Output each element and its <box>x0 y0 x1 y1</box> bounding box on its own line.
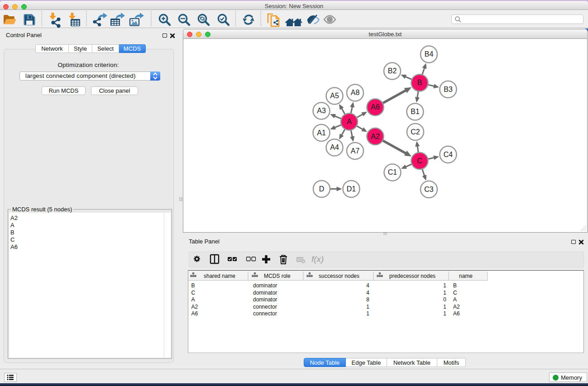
svg-text:C3: C3 <box>424 186 434 193</box>
svg-text:name: name <box>459 273 473 279</box>
svg-text:dominator: dominator <box>253 282 277 289</box>
svg-text:A5: A5 <box>330 92 339 100</box>
svg-text:4: 4 <box>366 282 369 289</box>
svg-text:predecessor nodes: predecessor nodes <box>389 273 435 279</box>
svg-text:A7: A7 <box>351 147 360 155</box>
svg-text:1: 1 <box>366 304 369 310</box>
svg-text:D: D <box>319 185 325 193</box>
svg-text:C: C <box>191 290 196 296</box>
svg-text:C1: C1 <box>388 168 397 176</box>
svg-text:B1: B1 <box>411 108 420 115</box>
svg-text:B4: B4 <box>425 50 434 58</box>
svg-text:A2: A2 <box>371 133 380 140</box>
svg-text:dominator: dominator <box>253 296 277 303</box>
svg-text:B2: B2 <box>388 67 397 75</box>
svg-text:A3: A3 <box>317 107 326 114</box>
svg-text:C: C <box>417 157 422 165</box>
svg-text:MCDS role: MCDS role <box>264 273 291 279</box>
svg-text:1: 1 <box>443 304 446 310</box>
svg-text:0: 0 <box>443 296 446 303</box>
svg-text:D1: D1 <box>347 185 356 193</box>
svg-text:A2: A2 <box>453 304 460 310</box>
svg-text:A1: A1 <box>317 129 326 137</box>
svg-text:connector: connector <box>253 304 277 310</box>
svg-text:B: B <box>453 282 457 289</box>
svg-text:A4: A4 <box>330 143 339 151</box>
svg-text:C: C <box>453 290 457 296</box>
svg-text:A2: A2 <box>191 304 198 310</box>
svg-text:B3: B3 <box>444 86 453 93</box>
svg-text:f(x): f(x) <box>311 254 324 264</box>
svg-text:successor nodes: successor nodes <box>319 273 359 279</box>
svg-text:1: 1 <box>366 310 369 317</box>
svg-text:A8: A8 <box>351 89 360 96</box>
svg-text:B: B <box>417 79 422 86</box>
svg-text:B: B <box>191 282 195 289</box>
svg-text:dominator: dominator <box>253 290 277 296</box>
svg-text:1: 1 <box>443 282 446 289</box>
svg-text:A6: A6 <box>371 103 380 111</box>
svg-text:1: 1 <box>443 290 446 296</box>
svg-text:A6: A6 <box>191 310 198 317</box>
svg-text:A: A <box>453 296 457 303</box>
svg-text:1: 1 <box>443 310 446 317</box>
svg-text:shared name: shared name <box>204 273 235 279</box>
svg-text:A: A <box>347 118 352 125</box>
svg-text:8: 8 <box>366 296 369 303</box>
svg-text:connector: connector <box>253 310 277 317</box>
svg-text:C4: C4 <box>444 151 453 158</box>
svg-text:A6: A6 <box>453 310 460 317</box>
svg-text:C2: C2 <box>411 128 420 136</box>
svg-text:A: A <box>191 296 195 303</box>
svg-text:4: 4 <box>366 290 369 296</box>
